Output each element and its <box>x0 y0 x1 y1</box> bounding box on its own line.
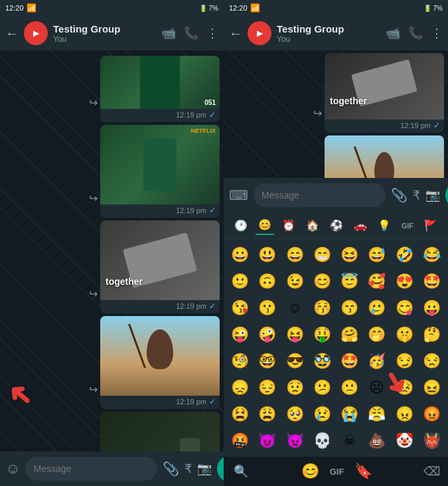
emoji-cell[interactable]: 😅 <box>363 242 390 268</box>
emoji-cell[interactable]: 😝 <box>281 321 309 348</box>
emoji-cell[interactable]: 😠 <box>391 401 418 428</box>
emoji-tab-travel[interactable]: 🚗 <box>351 216 370 234</box>
message-input-right[interactable] <box>254 183 386 207</box>
emoji-cell[interactable]: 😈 <box>254 428 281 454</box>
emoji-cell[interactable]: 🙂 <box>226 268 254 295</box>
emoji-tab-flags[interactable]: 🚩 <box>421 216 440 234</box>
emoji-tab-recent[interactable]: 🕐 <box>232 216 250 234</box>
emoji-cell[interactable]: 😜 <box>226 321 254 348</box>
emoji-cell[interactable]: 😎 <box>281 348 309 374</box>
emoji-cell[interactable]: 🥲 <box>363 295 390 321</box>
emoji-cell[interactable]: 😩 <box>254 401 281 428</box>
emoji-cell[interactable]: ☠ <box>336 428 363 454</box>
emoji-cell[interactable]: 👹 <box>418 428 445 454</box>
mic-button-left[interactable]: 🎤 <box>217 455 224 482</box>
emoji-cell[interactable]: 🙃 <box>254 268 281 295</box>
emoji-cell[interactable]: 🤭 <box>363 321 390 348</box>
menu-icon-right[interactable]: ⋮ <box>431 26 443 40</box>
emoji-cell[interactable]: 🤓 <box>254 348 281 374</box>
emoji-tab-home[interactable]: 🏠 <box>303 216 322 234</box>
emoji-cell[interactable]: 🤪 <box>254 321 281 348</box>
emoji-cell[interactable]: 😁 <box>309 242 336 268</box>
emoji-cell[interactable]: 😟 <box>281 374 309 401</box>
emoji-cell[interactable]: 😃 <box>254 242 281 268</box>
emoji-cell[interactable]: 🤬 <box>226 428 254 454</box>
emoji-cell[interactable]: 🤫 <box>391 321 418 348</box>
video-call-icon[interactable]: 📹 <box>161 26 176 40</box>
emoji-tab-light[interactable]: 💡 <box>375 216 394 234</box>
emoji-cell[interactable]: 💩 <box>363 428 390 454</box>
input-bar-right[interactable]: ⌨ 📎 ₹ 📷 🎤 <box>224 178 448 212</box>
emoji-cell[interactable]: 😒 <box>418 348 445 374</box>
emoji-cell[interactable]: 😫 <box>226 401 254 428</box>
emoji-cell[interactable]: 😕 <box>309 374 336 401</box>
emoji-tab-emoji[interactable]: 😊 <box>256 216 274 235</box>
emoji-cell[interactable]: 😊 <box>309 268 336 295</box>
emoji-cell[interactable]: 😗 <box>254 295 281 321</box>
emoji-cell[interactable]: 😂 <box>418 242 445 268</box>
emoji-cell[interactable]: 🥳 <box>363 348 390 374</box>
emoji-cell[interactable]: 🤡 <box>391 428 418 454</box>
emoji-search-icon[interactable]: 🔍 <box>232 462 250 481</box>
emoji-cell[interactable]: 😢 <box>309 401 336 428</box>
emoji-cell[interactable]: 😀 <box>226 242 254 268</box>
voice-call-icon[interactable]: 📞 <box>184 26 198 40</box>
emoji-cell[interactable]: 🤩 <box>336 348 363 374</box>
emoji-cell[interactable]: 🥰 <box>363 268 390 295</box>
video-call-icon-right[interactable]: 📹 <box>386 26 400 40</box>
emoji-cell[interactable]: 🤔 <box>418 321 445 348</box>
emoji-cell[interactable]: 😏 <box>391 348 418 374</box>
emoji-cell[interactable]: 😙 <box>336 295 363 321</box>
emoji-cell[interactable]: 🤑 <box>309 321 336 348</box>
emoji-cell[interactable]: 😛 <box>418 295 445 321</box>
emoji-cell[interactable]: 🤣 <box>391 242 418 268</box>
keyboard-icon[interactable]: ⌨ <box>229 187 248 203</box>
message-input-left[interactable] <box>25 457 157 481</box>
emoji-cell[interactable]: 🧐 <box>226 348 254 374</box>
emoji-tab-gif[interactable]: GIF <box>399 219 416 232</box>
emoji-delete-icon[interactable]: ⌫ <box>423 464 440 479</box>
back-button[interactable]: ← <box>5 26 19 41</box>
emoji-cell[interactable]: 😭 <box>336 401 363 428</box>
emoji-cell[interactable]: 😋 <box>391 295 418 321</box>
emoji-cell[interactable]: 😘 <box>226 295 254 321</box>
camera-button-left[interactable]: 📷 <box>197 461 212 476</box>
mic-button-right[interactable]: 🎤 <box>445 182 448 208</box>
emoji-cell[interactable]: 🤗 <box>336 321 363 348</box>
emoji-cell[interactable]: 💀 <box>309 428 336 454</box>
emoji-cell[interactable]: 😡 <box>418 401 445 428</box>
attach-button-right[interactable]: 📎 <box>391 187 408 203</box>
emoji-cell[interactable]: 😣 <box>391 374 418 401</box>
voice-call-icon-right[interactable]: 📞 <box>408 26 423 40</box>
emoji-cell[interactable]: ☺ <box>281 295 309 321</box>
emoji-cell[interactable]: 😍 <box>391 268 418 295</box>
attach-button-left[interactable]: 📎 <box>163 461 179 477</box>
back-button-right[interactable]: ← <box>229 26 242 41</box>
emoji-cell[interactable]: 😔 <box>254 374 281 401</box>
emoji-cell[interactable]: 😄 <box>281 242 309 268</box>
emoji-cell[interactable]: 😞 <box>226 374 254 401</box>
emoji-cell[interactable]: 🙁 <box>336 374 363 401</box>
rupee-button-left[interactable]: ₹ <box>185 461 192 476</box>
rupee-button-right[interactable]: ₹ <box>413 188 420 202</box>
emoji-bottom-emoji[interactable]: 😊 <box>301 463 319 480</box>
emoji-cell[interactable]: 😉 <box>281 268 309 295</box>
emoji-cell[interactable]: 😚 <box>309 295 336 321</box>
emoji-cell[interactable]: 🤩 <box>418 268 445 295</box>
input-bar-left[interactable]: ☺ 📎 ₹ 📷 🎤 <box>0 451 224 486</box>
emoji-cell[interactable]: 😇 <box>336 268 363 295</box>
emoji-cell[interactable]: ☹ <box>363 374 390 401</box>
emoji-tab-sports[interactable]: ⚽ <box>327 216 346 234</box>
emoji-cell[interactable]: 🥸 <box>309 348 336 374</box>
emoji-cell[interactable]: 😖 <box>418 374 445 401</box>
emoji-cell[interactable]: 😤 <box>363 401 390 428</box>
menu-icon[interactable]: ⋮ <box>206 26 218 40</box>
emoji-cell[interactable]: 😆 <box>336 242 363 268</box>
emoji-cell[interactable]: 🥺 <box>281 401 309 428</box>
emoji-tab-clock[interactable]: ⏰ <box>279 216 298 234</box>
emoji-button-left[interactable]: ☺ <box>5 460 20 477</box>
camera-button-right[interactable]: 📷 <box>425 188 440 202</box>
emoji-bottom-sticker[interactable]: 🔖 <box>354 463 372 480</box>
emoji-cell[interactable]: 👿 <box>281 428 309 454</box>
emoji-bottom-gif[interactable]: GIF <box>330 467 344 477</box>
